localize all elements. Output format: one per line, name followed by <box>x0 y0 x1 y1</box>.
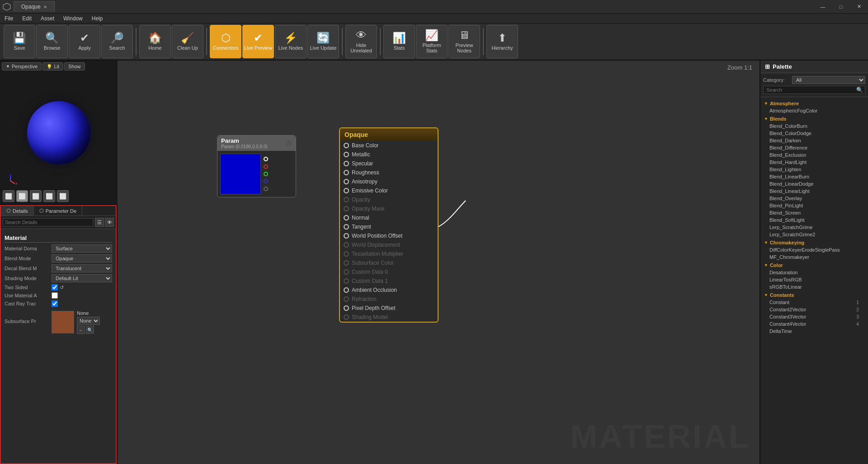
palette-item-srgbtolinear[interactable]: sRGBToLinear <box>760 283 868 291</box>
palette-item-diffcolorkeyerodesiglepass[interactable]: DiffColorKeyerErodeSinglePass <box>760 246 868 253</box>
use-material-checkbox[interactable] <box>52 292 58 299</box>
palette-item-blend-linearlight[interactable]: Blend_LinearLight <box>760 187 868 195</box>
details-search-input[interactable] <box>3 218 93 226</box>
main-area: ▼ Perspective 💡 Lit Show Z X <box>0 61 868 464</box>
subsurface-search-button[interactable]: 🔍 <box>86 326 94 334</box>
palette-section-constants-header[interactable]: ▼ Constants <box>760 291 868 299</box>
blend-mode-select[interactable]: Opaque <box>52 254 112 262</box>
palette-item-blend-screen[interactable]: Blend_Screen <box>760 209 868 216</box>
maximize-button[interactable]: □ <box>832 0 850 14</box>
opaque-node[interactable]: Opaque Base Color Metallic Specular Roug… <box>339 127 439 323</box>
palette-item-deltatime[interactable]: DeltaTime <box>760 328 868 335</box>
cleanup-button[interactable]: 🧹 Clean Up <box>172 25 203 58</box>
palette-item-lineartosrgb[interactable]: LinearTosRGB <box>760 276 868 283</box>
hierarchy-button[interactable]: ⬆ Hierarchy <box>486 25 518 58</box>
home-button[interactable]: 🏠 Home <box>139 25 171 58</box>
palette-item-constant3vector[interactable]: Constant3Vector 3 <box>760 313 868 320</box>
two-sided-row: Two Sided ↺ <box>5 284 112 291</box>
previewnodes-button[interactable]: 🖥 Preview Nodes <box>448 25 480 58</box>
details-tab[interactable]: ⬡ Details <box>1 206 34 216</box>
vp-btn-4[interactable]: ⬜ <box>43 190 55 202</box>
palette-item-atmosphericfogcolor[interactable]: AtmosphericFogColor <box>760 107 868 114</box>
details-eye-button[interactable]: 👁 <box>105 218 114 227</box>
menu-edit[interactable]: Edit <box>18 14 36 23</box>
details-filter-button[interactable]: ☰ <box>95 218 104 227</box>
vp-btn-3[interactable]: ⬜ <box>30 190 42 202</box>
toolbar-separator-5 <box>483 28 484 55</box>
palette-item-blend-overlay[interactable]: Blend_Overlay <box>760 195 868 202</box>
vp-btn-5[interactable]: ⬜ <box>57 190 69 202</box>
subsurface-select[interactable]: None <box>77 317 100 325</box>
palette-item-constant[interactable]: Constant 1 <box>760 299 868 306</box>
shading-mode-label: Shading Mode <box>5 276 50 281</box>
toolbar-separator-3 <box>342 28 343 55</box>
save-button[interactable]: 💾 Save <box>4 25 35 58</box>
palette-item-blend-colordodge[interactable]: Blend_ColorDodge <box>760 130 868 137</box>
palette-item-desaturation[interactable]: Desaturation <box>760 269 868 276</box>
vp-btn-1[interactable]: ⬜ <box>3 190 14 202</box>
show-button[interactable]: Show <box>64 62 85 70</box>
livenodes-button[interactable]: ⚡ Live Nodes <box>275 25 307 58</box>
toolbar-separator-4 <box>380 28 381 55</box>
two-sided-checkbox[interactable] <box>52 284 58 291</box>
palette-item-lerp-scratchgrime2[interactable]: Lerp_ScratchGrime2 <box>760 231 868 238</box>
palette-item-blend-lineardodge[interactable]: Blend_LinearDodge <box>760 180 868 187</box>
platformstats-button[interactable]: 📈 Platform Stats <box>416 25 448 58</box>
palette-item-blend-darken[interactable]: Blend_Darken <box>760 137 868 144</box>
lit-button[interactable]: 💡 Lit <box>42 62 63 70</box>
menu-window[interactable]: Window <box>59 14 87 23</box>
decal-blend-select[interactable]: Translucent <box>52 264 112 272</box>
browse-button[interactable]: 🔍 Browse <box>36 25 68 58</box>
search-button[interactable]: 🔎 Search <box>101 25 133 58</box>
details-panel: ⬡ Details ⬡ Parameter De ☰ 👁 Material M <box>0 205 117 464</box>
palette-section-atmosphere-header[interactable]: ▼ Atmosphere <box>760 100 868 107</box>
palette-item-blend-softlight[interactable]: Blend_SoftLight <box>760 216 868 224</box>
opaque-pin-shadingmodel-dot <box>344 314 349 320</box>
palette-item-blend-linearburn[interactable]: Blend_LinearBurn <box>760 173 868 180</box>
palette-item-blend-lighten[interactable]: Blend_Lighten <box>760 166 868 173</box>
two-sided-reset-icon[interactable]: ↺ <box>60 285 64 291</box>
palette-section-color-header[interactable]: ▼ Color <box>760 262 868 269</box>
hideunrelated-button[interactable]: 👁 Hide Unrelated <box>345 25 377 58</box>
param-node[interactable]: Param Param (0.0186,0.0,8.0) <box>217 135 296 197</box>
cast-ray-checkbox[interactable] <box>52 300 58 307</box>
palette-item-mf-chromakeyer[interactable]: MF_Chromakeyer <box>760 253 868 261</box>
subsurface-prev-button[interactable]: ← <box>77 326 85 334</box>
livepreview-button[interactable]: ✔ Live Preview <box>242 25 274 58</box>
vp-btn-2[interactable]: ⬜ <box>16 190 28 202</box>
blend-mode-label: Blend Mode <box>5 256 50 261</box>
palette-item-blend-pinlight[interactable]: Blend_PinLight <box>760 202 868 209</box>
menu-file[interactable]: File <box>0 14 18 23</box>
viewport[interactable]: ▼ Perspective 💡 Lit Show Z X <box>0 61 118 205</box>
palette-item-constant2vector[interactable]: Constant2Vector 2 <box>760 306 868 313</box>
save-label: Save <box>14 45 25 51</box>
close-button[interactable]: ✕ <box>850 0 868 14</box>
menu-asset[interactable]: Asset <box>36 14 59 23</box>
stats-button[interactable]: 📊 Stats <box>383 25 415 58</box>
parameter-tab[interactable]: ⬡ Parameter De <box>34 206 82 216</box>
palette-item-blend-exclusion[interactable]: Blend_Exclusion <box>760 151 868 159</box>
palette-section-blends-header[interactable]: ▼ Blends <box>760 115 868 122</box>
palette-section-chromakeying: ▼ Chromakeying DiffColorKeyerErodeSingle… <box>760 239 868 261</box>
palette-item-blend-colorburn[interactable]: Blend_ColorBurn <box>760 122 868 130</box>
shading-mode-select[interactable]: Default Lit <box>52 274 112 282</box>
menu-help[interactable]: Help <box>87 14 108 23</box>
palette-item-constant4vector[interactable]: Constant4Vector 4 <box>760 320 868 328</box>
palette-category-select[interactable]: All <box>792 76 865 84</box>
cleanup-label: Clean Up <box>177 45 198 51</box>
document-tab[interactable]: Opaque ✕ <box>14 1 55 12</box>
perspective-button[interactable]: ▼ Perspective <box>2 62 42 70</box>
palette-item-blend-hardlight[interactable]: Blend_HardLight <box>760 159 868 166</box>
material-graph-canvas[interactable]: Zoom 1:1 Param Param (0.0186,0.0,8.0) <box>118 61 760 464</box>
palette-item-blend-difference[interactable]: Blend_Difference <box>760 144 868 151</box>
palette-section-chromakeying-header[interactable]: ▼ Chromakeying <box>760 239 868 246</box>
palette-search-input[interactable] <box>764 86 854 94</box>
minimize-button[interactable]: — <box>814 0 832 14</box>
liveupdate-button[interactable]: 🔄 Live Update <box>307 25 339 58</box>
param-node-expand-button[interactable] <box>286 140 292 146</box>
connectors-button[interactable]: ⬡ Connectors <box>210 25 241 58</box>
palette-item-lerp-scratchgrime[interactable]: Lerp_ScratchGrime <box>760 224 868 231</box>
apply-button[interactable]: ✔ Apply <box>69 25 100 58</box>
material-domain-select[interactable]: Surface <box>52 244 112 253</box>
tab-close-button[interactable]: ✕ <box>43 5 47 9</box>
